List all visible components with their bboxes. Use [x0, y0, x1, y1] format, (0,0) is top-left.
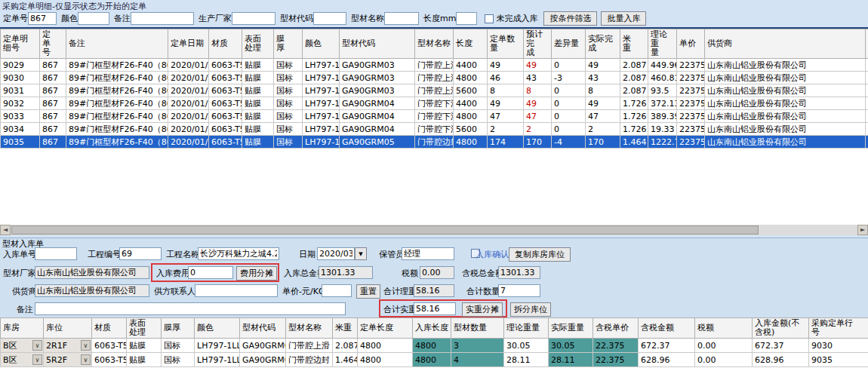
- calendar-dropdown-button[interactable]: ▼: [355, 247, 367, 260]
- column-header: 定单明 细号: [1, 29, 40, 59]
- cell: 49: [524, 59, 552, 72]
- length-input[interactable]: [456, 12, 477, 25]
- column-header: 税额: [695, 318, 753, 339]
- cell: 628.96: [639, 353, 695, 367]
- cell: [866, 110, 868, 123]
- dropdown-arrow-icon[interactable]: ∨: [32, 354, 42, 365]
- cell: GA90GRM04: [340, 110, 415, 123]
- cell: 49: [524, 97, 552, 110]
- cell: 门带腔下滑: [415, 110, 454, 123]
- dropdown-arrow-icon[interactable]: ∨: [32, 340, 42, 351]
- cell: 2020/01/13: [168, 59, 209, 72]
- profile-code-input[interactable]: [313, 12, 346, 25]
- reset-button[interactable]: 重置: [356, 284, 380, 299]
- scrollbar-thumb[interactable]: [11, 225, 759, 235]
- length-label: 长度mm: [423, 13, 456, 24]
- inbound-fee-input[interactable]: [188, 266, 233, 279]
- order-no-input[interactable]: [28, 12, 57, 25]
- cell: [866, 59, 868, 72]
- cell: 国标: [274, 123, 303, 136]
- project-no-input[interactable]: [119, 247, 162, 260]
- tax-input[interactable]: [420, 266, 454, 279]
- order-row[interactable]: 903386789#门框型材F26-F40（866+867）2020/01/13…: [1, 110, 868, 123]
- color-label: 颜色: [61, 13, 78, 24]
- column-header: 理论重 量: [648, 29, 677, 59]
- cell: 47: [524, 110, 552, 123]
- profile-name-input[interactable]: [384, 12, 419, 25]
- remark-field-input[interactable]: [35, 302, 346, 315]
- cell: 2020/01/13: [168, 72, 209, 84]
- color-input[interactable]: [78, 12, 109, 25]
- copy-warehouse-button[interactable]: 复制库房库位: [509, 247, 571, 262]
- cell: 30.05: [504, 339, 549, 353]
- cell: 22375: [677, 59, 705, 72]
- manufacturer-input[interactable]: [232, 12, 275, 25]
- filter-by-condition-button[interactable]: 按条件筛选: [543, 11, 597, 26]
- dropdown-arrow-icon[interactable]: ∨: [81, 340, 91, 351]
- tax-total-label: 含税总金额: [462, 268, 503, 279]
- order-row[interactable]: 903286789#门框型材F26-F40（866+867）2020/01/13…: [1, 97, 868, 110]
- cell: LH797-1LL0: [303, 123, 340, 136]
- cell: B区∨: [1, 339, 44, 353]
- total-qty-label: 合计数量: [466, 286, 500, 297]
- cell: 1.726: [620, 110, 648, 123]
- cell: 贴膜: [242, 59, 274, 72]
- scroll-right-arrow-icon[interactable]: ►: [857, 225, 868, 235]
- date-input[interactable]: [317, 247, 355, 260]
- project-name-input[interactable]: [198, 247, 279, 260]
- cell: 30.05: [549, 339, 593, 353]
- inbound-row[interactable]: B区∨2R1F∨6063-T5贴膜国标LH797-1LL0GA90GRM03门带…: [1, 339, 868, 353]
- cell: 867: [40, 136, 66, 149]
- cell: 8: [524, 84, 552, 97]
- column-header: 实际完 成: [586, 29, 620, 59]
- factory-input[interactable]: [35, 266, 149, 279]
- unfinished-checkbox[interactable]: [485, 14, 494, 23]
- inbound-no-input[interactable]: [35, 247, 77, 260]
- order-row[interactable]: 903586789#门框型材F26-F40（866+867）2020/01/13…: [1, 136, 868, 149]
- app-window: 采购定单明细-仅显示状态为开始的定单 定单号 颜色 备注 生产厂家 型材代码 型…: [0, 0, 868, 371]
- order-row[interactable]: 902986789#门框型材F26-F40（866+867）2020/01/13…: [1, 59, 868, 72]
- split-warehouse-button[interactable]: 拆分库位: [510, 302, 551, 317]
- actual-weight-share-button[interactable]: 实重分摊: [462, 302, 503, 317]
- order-row[interactable]: 903186789#门框型材F26-F40（866+867）2020/01/13…: [1, 84, 868, 97]
- cell: 22375: [677, 97, 705, 110]
- cell: 贴膜: [242, 110, 274, 123]
- cell: 2.087: [620, 72, 648, 84]
- keeper-input[interactable]: [402, 247, 454, 260]
- cell: [866, 136, 868, 149]
- cell: 6063-T5: [209, 110, 242, 123]
- batch-inbound-button[interactable]: 批量入库: [601, 11, 646, 26]
- cell: 49: [488, 97, 524, 110]
- inbound-row[interactable]: B区∨5R2F∨6063-T5贴膜国标LH797-1LL0GA90GRM05门带…: [1, 353, 868, 367]
- total-theory-weight-label: 合计理重: [383, 286, 417, 297]
- total-theory-weight-input[interactable]: [414, 284, 454, 297]
- cell: -3: [552, 72, 586, 84]
- total-actual-weight-input[interactable]: [414, 302, 456, 315]
- remark-input[interactable]: [131, 12, 194, 25]
- inbound-no-label: 入库单号: [3, 249, 36, 260]
- order-row[interactable]: 903486789#门框型材F26-F40（866+867）2020/01/13…: [1, 123, 868, 136]
- scroll-left-arrow-icon[interactable]: ◄: [0, 225, 11, 235]
- total-qty-input[interactable]: [498, 284, 540, 297]
- cell: 1.464: [620, 136, 648, 149]
- horizontal-scrollbar[interactable]: ◄ ►: [0, 225, 868, 235]
- dropdown-arrow-icon[interactable]: ∨: [81, 354, 91, 365]
- cell: 89#门框型材F26-F40（866+867）: [66, 123, 168, 136]
- cell: 门带腔边封: [415, 136, 454, 149]
- project-name-label: 工程名称: [166, 249, 199, 260]
- cell: 山东南山铝业股份有限公司: [705, 136, 866, 149]
- order-row[interactable]: 903086789#门框型材F26-F40（866+867）2020/01/13…: [1, 72, 868, 84]
- cell: 174: [488, 136, 524, 149]
- date-label: 日期: [299, 249, 315, 260]
- supplier-contact-input[interactable]: [195, 284, 278, 297]
- unit-price-input[interactable]: [322, 284, 352, 297]
- inbound-panel: 型材入库单 入库单号 工程编号 工程名称 日期 ▼ 保管员 入库确认 复制库房库…: [0, 238, 868, 371]
- cell: GA90GRM03: [240, 339, 286, 353]
- supplier-input[interactable]: [35, 284, 149, 297]
- inbound-total-input[interactable]: [319, 266, 373, 279]
- cell: 4800: [454, 72, 488, 84]
- tax-total-input[interactable]: [498, 266, 540, 279]
- fee-share-button[interactable]: 费用分摊: [236, 266, 277, 281]
- cell: 22375: [677, 123, 705, 136]
- cell: 6063-T5: [209, 84, 242, 97]
